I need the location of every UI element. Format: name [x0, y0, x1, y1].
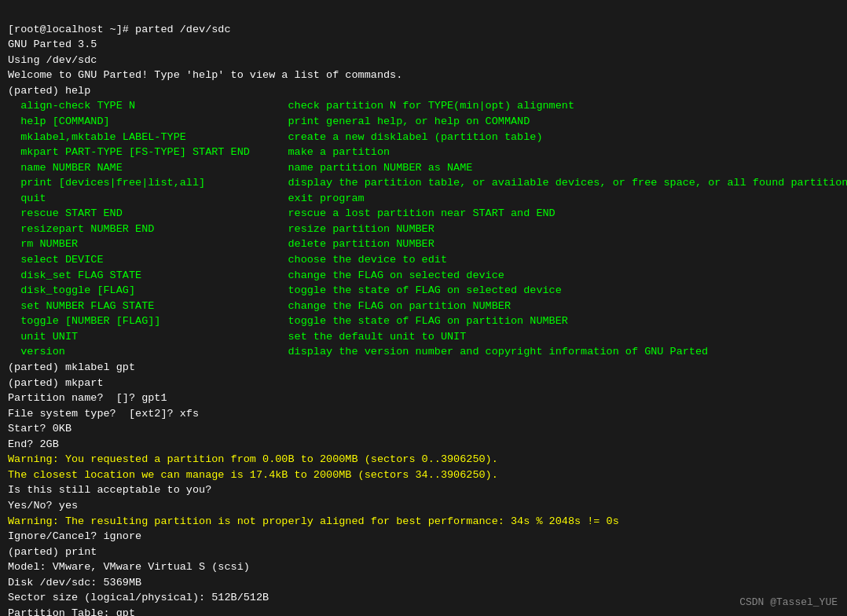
- line-warning1: Warning: You requested a partition from …: [8, 453, 498, 465]
- line-acceptable: Is this still acceptable to you?: [8, 484, 211, 496]
- line-prompt: [root@localhost ~]# parted /dev/sdc: [8, 24, 231, 35]
- line-sector: Sector size (logical/physical): 512B/512…: [8, 592, 269, 603]
- line-set: set NUMBER FLAG STATE change the FLAG on…: [8, 300, 511, 312]
- line-parted-help: (parted) help: [8, 85, 90, 97]
- line-disk-set: disk_set FLAG STATE change the FLAG on s…: [8, 270, 504, 281]
- line-mkpart: mkpart PART-TYPE [FS-TYPE] START END mak…: [8, 146, 390, 158]
- terminal-window[interactable]: [root@localhost ~]# parted /dev/sdc GNU …: [0, 0, 847, 616]
- line-using: Using /dev/sdc: [8, 54, 97, 66]
- line-rm: rm NUMBER delete partition NUMBER: [8, 238, 434, 250]
- line-fs-type: File system type? [ext2]? xfs: [8, 408, 199, 420]
- line-mkpart-cmd: (parted) mkpart: [8, 377, 104, 389]
- line-select: select DEVICE choose the device to edit: [8, 254, 447, 266]
- line-print: print [devices|free|list,all] display th…: [8, 177, 847, 189]
- line-unit: unit UNIT set the default unit to UNIT: [8, 331, 466, 343]
- line-model: Model: VMware, VMware Virtual S (scsi): [8, 561, 250, 573]
- line-disk-toggle: disk_toggle [FLAG] toggle the state of F…: [8, 284, 562, 296]
- line-align-check: align-check TYPE N check partition N for…: [8, 100, 574, 112]
- line-ignore: Ignore/Cancel? ignore: [8, 530, 141, 542]
- line-rescue: rescue START END rescue a lost partition…: [8, 207, 556, 219]
- line-warning2: The closest location we can manage is 17…: [8, 469, 498, 481]
- line-name: name NUMBER NAME name partition NUMBER a…: [8, 162, 472, 174]
- line-partition-table: Partition Table: gpt: [8, 607, 135, 616]
- line-warning-align: Warning: The resulting partition is not …: [8, 515, 619, 527]
- line-welcome: Welcome to GNU Parted! Type 'help' to vi…: [8, 69, 402, 81]
- line-version: version display the version number and c…: [8, 346, 708, 358]
- line-parted-print: (parted) print: [8, 546, 97, 558]
- line-partition-name: Partition name? []? gpt1: [8, 392, 167, 404]
- line-version: GNU Parted 3.5: [8, 38, 97, 50]
- line-start: Start? 0KB: [8, 423, 72, 434]
- line-mklabel-gpt: (parted) mklabel gpt: [8, 361, 135, 373]
- line-toggle: toggle [NUMBER [FLAG]] toggle the state …: [8, 315, 568, 327]
- line-resizepart: resizepart NUMBER END resize partition N…: [8, 223, 434, 235]
- line-disk: Disk /dev/sdc: 5369MB: [8, 577, 141, 588]
- line-yes: Yes/No? yes: [8, 500, 78, 512]
- line-help-cmd: help [COMMAND] print general help, or he…: [8, 116, 530, 127]
- watermark: CSDN @Tassel_YUE: [739, 596, 838, 608]
- line-end: End? 2GB: [8, 438, 59, 450]
- line-quit: quit exit program: [8, 192, 365, 204]
- line-mklabel: mklabel,mktable LABEL-TYPE create a new …: [8, 131, 543, 143]
